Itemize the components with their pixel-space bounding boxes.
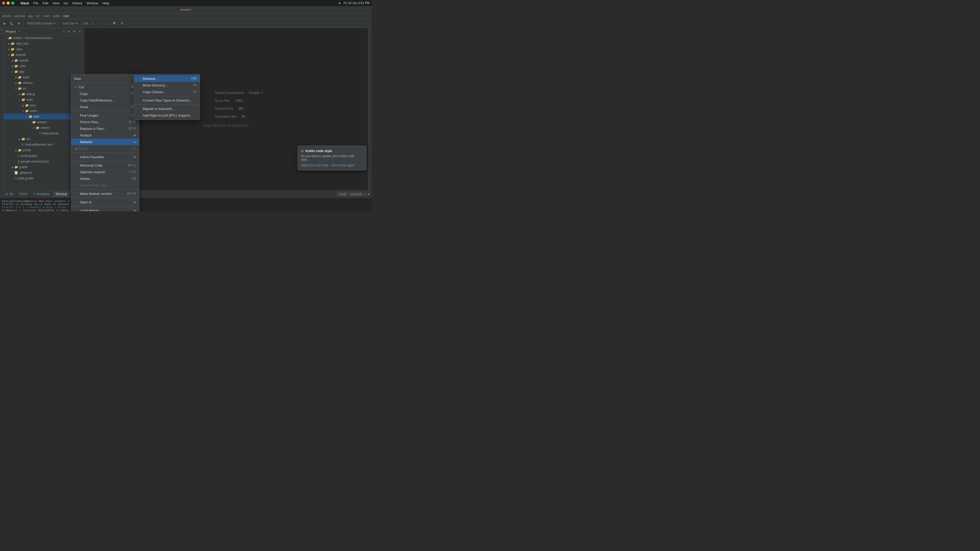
dont-show-link[interactable]: Don't show again	[331, 164, 355, 167]
traffic-lights	[2, 2, 14, 5]
menu-new[interactable]: New ▶	[71, 75, 139, 82]
menu-copy[interactable]: Copy ⌘C	[71, 90, 139, 97]
menu-replace-files[interactable]: Replace in Files... ⌘⇧R	[71, 125, 139, 132]
submenu-convert-generics[interactable]: Convert Raw Types to Generics...	[134, 97, 200, 103]
submenu-migrate-androidx[interactable]: Migrate to AndroidX...	[134, 105, 200, 112]
maximize-btn[interactable]	[11, 2, 14, 5]
close-btn[interactable]	[2, 2, 5, 5]
menu-go[interactable]: Go	[64, 1, 68, 5]
menu-history[interactable]: History	[72, 1, 83, 5]
menu-cut[interactable]: ✂ Cut ⌘X	[71, 84, 139, 90]
menubar-right: ● Fri 10 Jun 3:51 PM	[339, 1, 369, 5]
menu-edit[interactable]: Edit	[43, 1, 48, 5]
app-name: Slack	[21, 1, 29, 5]
menu-window[interactable]: Window	[86, 1, 98, 5]
submenu-rtl-support[interactable]: Add Right-to-Left (RTL) Support...	[134, 112, 200, 119]
menu-refactor[interactable]: Refactor ▶	[71, 138, 139, 145]
flutter-back-icon: ◀	[74, 147, 77, 151]
menu-override-type: Override File Type	[71, 182, 139, 189]
cut-icon: ✂	[74, 85, 77, 89]
submenu-copy-classes[interactable]: Copy Classes... F5	[134, 89, 200, 95]
notification-title: ⚠ Kotlin code style	[301, 149, 363, 153]
wifi-icon: ●	[339, 1, 340, 5]
submenu-rename[interactable]: Rename... ⇧F6	[134, 75, 200, 82]
warning-icon: ⚠	[301, 149, 304, 153]
menu-new-label: New	[74, 77, 81, 81]
refactor-submenu: Rename... ⇧F6 Move Directory... F6 Copy …	[134, 74, 200, 120]
minimize-btn[interactable]	[6, 2, 10, 5]
apply-code-style-link[interactable]: Apply the code style	[301, 164, 328, 167]
menu-make-module[interactable]: Make Module 'erestro' ⌘⇧F9	[71, 190, 139, 197]
time-display: Fri 10 Jun 3:51 PM	[344, 1, 369, 5]
menu-open-in[interactable]: Open In ▶	[71, 199, 139, 205]
notification-actions: Apply the code style Don't show again	[301, 164, 363, 167]
menu-file[interactable]: File	[33, 1, 38, 5]
menu-local-history[interactable]: Local History ▶	[71, 207, 139, 211]
menu-flutter[interactable]: ◀ Flutter ▶	[71, 145, 139, 152]
menu-paste[interactable]: Paste ⌘V	[71, 103, 139, 110]
menu-view[interactable]: View	[52, 1, 59, 5]
menu-reformat[interactable]: Reformat Code ⌘⌥L	[71, 162, 139, 168]
menu-analyze[interactable]: Analyze ▶	[71, 132, 139, 138]
context-menu: New ▶ ✂ Cut ⌘X Copy ⌘C Copy Path/Referen…	[71, 74, 139, 211]
menu-optimize-imports[interactable]: Optimize Imports ^⌥O	[71, 168, 139, 175]
notification-text: Do you want to update your Kotlin code s…	[301, 154, 363, 162]
menubar: Slack File Edit View Go History Window H…	[0, 0, 372, 6]
menu-copy-path[interactable]: Copy Path/Reference...	[71, 97, 139, 103]
menu-find-files[interactable]: Find in Files... ⌘⇧F	[71, 119, 139, 125]
notification-kotlin: ⚠ Kotlin code style Do you want to updat…	[298, 146, 366, 170]
menu-add-favorites[interactable]: Add to Favorites ▶	[71, 154, 139, 160]
menu-delete[interactable]: Delete... ⌫	[71, 175, 139, 182]
submenu-move-directory[interactable]: Move Directory... F6	[134, 82, 200, 89]
menu-help[interactable]: Help	[102, 1, 109, 5]
menu-find-usages[interactable]: Find Usages ⌥F7	[71, 112, 139, 119]
